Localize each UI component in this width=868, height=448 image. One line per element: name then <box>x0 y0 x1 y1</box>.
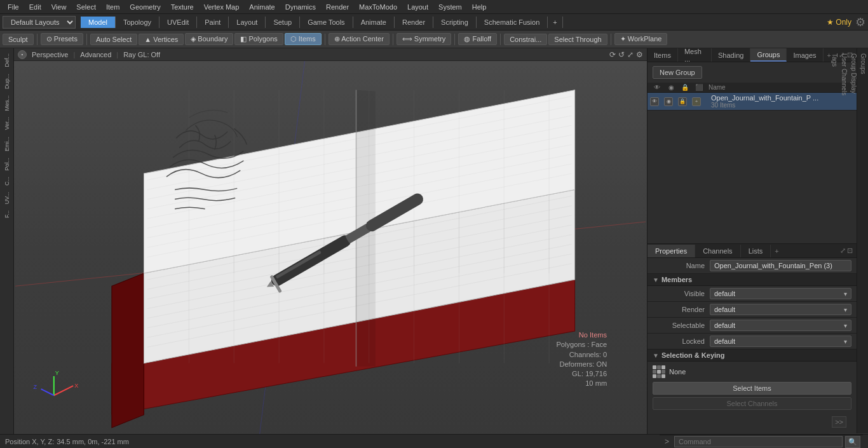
group-color-icon[interactable]: + <box>692 97 701 106</box>
tab-scripting[interactable]: Scripting <box>433 17 477 28</box>
sculpt-button[interactable]: Sculpt <box>3 34 34 45</box>
action-center-button[interactable]: ⊕ Action Center <box>329 33 390 45</box>
tab-animate[interactable]: Animate <box>353 17 395 28</box>
menu-layout[interactable]: Layout <box>402 2 433 12</box>
group-render-icon[interactable]: ◉ <box>664 97 673 106</box>
polygons-button[interactable]: ◧ Polygons <box>234 33 283 45</box>
items-button[interactable]: ⬡ Items <box>285 33 322 45</box>
sidebar-label-emi[interactable]: Emi... <box>3 134 11 154</box>
layout-add-button[interactable]: + <box>548 17 562 28</box>
tab-setup[interactable]: Setup <box>266 17 300 28</box>
menu-system[interactable]: System <box>433 2 467 12</box>
viewport-ctrl-settings[interactable]: ⚙ <box>636 50 643 59</box>
prop-visible-row: Visible default ▾ <box>648 286 857 302</box>
separator-1 <box>37 34 37 45</box>
prop-tabs: Properties Channels Lists + ⤢⊡ <box>648 244 857 258</box>
right-panel: Items Mesh ... Shading Groups Images + ⤢… <box>647 48 857 434</box>
prop-tab-channels[interactable]: Channels <box>695 245 740 257</box>
viewport-controls: ⟳ ↺ ⤢ ⚙ <box>609 50 643 59</box>
auto-select-button[interactable]: Auto Select <box>90 34 137 45</box>
vertices-button[interactable]: ▲ Vertices <box>139 34 184 45</box>
new-group-button[interactable]: New Group <box>653 66 702 79</box>
falloff-button[interactable]: ◍ Falloff <box>458 33 497 45</box>
tab-gametools[interactable]: Game Tools <box>300 17 353 28</box>
menu-geometry[interactable]: Geometry <box>125 2 165 12</box>
tab-schematic[interactable]: Schematic Fusion <box>477 17 548 28</box>
menu-edit[interactable]: Edit <box>24 2 46 12</box>
sidebar-label-dup[interactable]: Dup... <box>3 71 11 92</box>
tab-uvedit[interactable]: UVEdit <box>159 17 197 28</box>
edge-tab-group-display[interactable]: Group Display <box>849 48 858 434</box>
constraints-button[interactable]: Constrai... <box>504 34 547 45</box>
menu-item[interactable]: Item <box>101 2 125 12</box>
command-input[interactable] <box>674 436 843 447</box>
sel-keying-arrow[interactable]: ▼ <box>653 352 659 359</box>
menu-vertexmap[interactable]: Vertex Map <box>199 2 245 12</box>
menu-select[interactable]: Select <box>71 2 101 12</box>
star-only-label[interactable]: ★ Only <box>827 18 851 27</box>
sidebar-label-uv[interactable]: UV... <box>3 189 11 207</box>
group-lock-icon[interactable]: 🔒 <box>678 97 687 106</box>
advanced-label[interactable]: Advanced <box>80 51 111 58</box>
edge-tab-user-channels[interactable]: User Channels <box>839 48 849 434</box>
groups-panel: New Group 👁 ◉ 🔒 ⬛ Name 👁 ◉ 🔒 + Open_Jour… <box>648 62 857 243</box>
menu-maxtomodo[interactable]: MaxToModo <box>354 2 402 12</box>
sidebar-label-f[interactable]: F... <box>3 208 11 221</box>
sidebar-label-def[interactable]: Def... <box>3 51 11 70</box>
separator-5 <box>454 34 455 45</box>
svg-text:Y: Y <box>55 370 59 376</box>
group-row[interactable]: 👁 ◉ 🔒 + Open_Journal_with_Fountain_P ...… <box>648 93 857 111</box>
menu-help[interactable]: Help <box>467 2 492 12</box>
menu-render[interactable]: Render <box>321 2 354 12</box>
viewport[interactable]: • Perspective | Advanced | Ray GL: Off ⟳… <box>14 48 647 434</box>
settings-icon[interactable]: ⚙ <box>855 15 865 29</box>
menu-animate[interactable]: Animate <box>244 2 280 12</box>
workplane-button[interactable]: ✦ WorkPlane <box>614 33 668 45</box>
prop-tab-add[interactable]: + <box>771 245 782 257</box>
viewport-toggle[interactable]: • <box>18 50 27 59</box>
menu-file[interactable]: File <box>3 2 24 12</box>
layout-dropdown[interactable]: Default Layouts <box>3 16 76 29</box>
viewport-ctrl-rotate[interactable]: ⟳ <box>609 50 616 59</box>
sel-grid-icon <box>653 365 665 378</box>
sidebar-label-c[interactable]: C... <box>3 174 11 188</box>
viewport-ctrl-maximize[interactable]: ⤢ <box>627 50 634 59</box>
tab-render[interactable]: Render <box>395 17 433 28</box>
tab-layout[interactable]: Layout <box>229 17 266 28</box>
tab-model[interactable]: Model <box>81 17 116 28</box>
presets-button[interactable]: ⊙ Presets <box>41 33 83 45</box>
edge-tab-groups[interactable]: Groups <box>858 48 868 434</box>
menu-texture[interactable]: Texture <box>166 2 199 12</box>
command-search-button[interactable]: 🔍 <box>845 436 860 448</box>
sidebar-label-ver[interactable]: Ver... <box>3 114 11 133</box>
viewport-canvas[interactable]: No Items Polygons : Face Channels: 0 Def… <box>14 61 647 434</box>
separator-4 <box>393 34 393 45</box>
sidebar-label-mes[interactable]: Mes... <box>3 93 11 114</box>
sidebar-label-pol[interactable]: Pol... <box>3 155 11 173</box>
separator-2 <box>86 34 87 45</box>
scene-tab-mesh[interactable]: Mesh ... <box>678 48 712 62</box>
group-eye-icon[interactable]: 👁 <box>650 97 659 106</box>
select-channels-button[interactable]: Select Channels <box>653 397 851 410</box>
scene-tab-groups[interactable]: Groups <box>750 48 787 62</box>
select-through-button[interactable]: Select Through <box>548 34 607 45</box>
tab-topology[interactable]: Topology <box>116 17 159 28</box>
menu-view[interactable]: View <box>46 2 72 12</box>
boundary-button[interactable]: ◈ Boundary <box>185 33 233 45</box>
scene-tab-shading[interactable]: Shading <box>712 48 750 62</box>
tab-paint[interactable]: Paint <box>197 17 229 28</box>
perspective-label[interactable]: Perspective <box>32 51 68 58</box>
select-items-button[interactable]: Select Items <box>653 382 851 395</box>
members-arrow[interactable]: ▼ <box>653 276 659 283</box>
menu-dynamics[interactable]: Dynamics <box>280 2 321 12</box>
prop-tab-properties[interactable]: Properties <box>648 245 695 257</box>
scene-tab-items[interactable]: Items <box>648 48 678 62</box>
symmetry-button[interactable]: ⟺ Symmetry <box>397 33 452 45</box>
prop-tab-lists[interactable]: Lists <box>741 245 771 257</box>
raygl-label[interactable]: Ray GL: Off <box>123 51 160 58</box>
locked-label: Locked <box>653 337 710 345</box>
viewport-ctrl-reset[interactable]: ↺ <box>618 50 625 59</box>
edge-tab-tags[interactable]: Tags <box>830 48 839 434</box>
scene-tab-images[interactable]: Images <box>787 48 823 62</box>
separator-6 <box>500 34 501 45</box>
